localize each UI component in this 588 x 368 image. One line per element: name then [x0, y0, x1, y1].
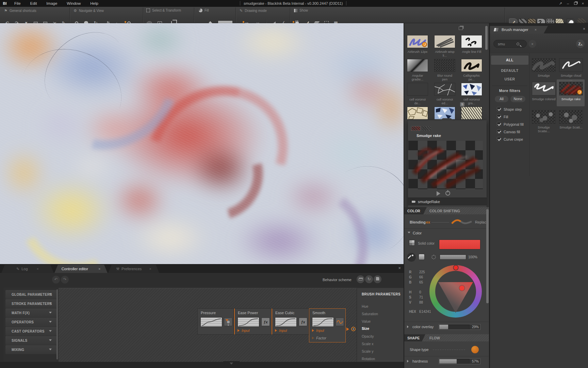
gradient-mode-button[interactable]	[419, 254, 425, 260]
tab-controller-editor[interactable]: Controller editor×	[54, 265, 108, 273]
category-operators[interactable]: OPERATORS	[5, 318, 56, 326]
brush-thumb[interactable]	[461, 83, 482, 96]
menu-image[interactable]: Image	[42, 0, 62, 7]
screen-pick-icon[interactable]	[431, 255, 436, 259]
tab-close-icon[interactable]: ×	[98, 267, 100, 271]
bottom-panel-close-icon[interactable]: ×	[398, 265, 401, 271]
checkbox-canvas-fill[interactable]	[497, 129, 501, 134]
param-value[interactable]: Value	[362, 319, 371, 323]
tab-shape[interactable]: SHAPE	[404, 334, 425, 341]
menu-window[interactable]: Window	[62, 0, 85, 7]
category-global-parameters[interactable]: GLOBAL PARAMETERS	[5, 290, 56, 299]
checkbox-label[interactable]: Fill	[504, 115, 508, 119]
tab-flow[interactable]: FLOW	[429, 334, 440, 341]
brush-thumb[interactable]	[407, 83, 428, 96]
brush-thumb[interactable]	[461, 35, 482, 48]
brush-thumb[interactable]	[461, 59, 482, 72]
hardness-slider[interactable]: 57%	[439, 358, 480, 364]
checkbox-curve-crepe[interactable]	[497, 137, 501, 141]
curve-thumbnail[interactable]	[312, 317, 334, 327]
color-section-header[interactable]: Color	[408, 231, 422, 235]
filter-select-all-button[interactable]: All	[495, 96, 508, 102]
curve-thumbnail[interactable]	[200, 317, 222, 327]
variant-thumb[interactable]	[422, 126, 431, 131]
blending-mode-value[interactable]: ex	[426, 220, 430, 224]
scheme-refresh-icon[interactable]: ↻	[365, 275, 373, 283]
curve-thumbnail[interactable]	[238, 317, 259, 327]
brush-thumb[interactable]	[434, 59, 455, 72]
current-color-swatch[interactable]	[439, 240, 480, 249]
search-input[interactable]	[498, 42, 517, 46]
node-pressure[interactable]: Pressure	[197, 308, 234, 335]
hue-marker[interactable]	[454, 265, 458, 270]
node-ease-cubic[interactable]: Ease Cubic ƒx Input	[272, 308, 309, 335]
brush-result-thumb[interactable]	[559, 58, 583, 72]
category-cast-operators[interactable]: CAST OPERATORS	[5, 327, 56, 336]
filter-default-tab[interactable]: DEFAULT	[491, 68, 528, 73]
filter-user-tab[interactable]: USER	[491, 77, 528, 81]
tab-close-icon[interactable]: ×	[535, 28, 537, 32]
stack-icon[interactable]	[459, 27, 463, 30]
scheme-open-icon[interactable]	[357, 275, 364, 283]
opacity-slider[interactable]	[440, 255, 466, 260]
variant-thumb-active[interactable]	[411, 126, 421, 131]
filter-select-none-button[interactable]: None	[510, 96, 525, 102]
brush-result-thumb[interactable]	[559, 110, 583, 124]
menu-help[interactable]: Help	[85, 0, 103, 7]
tab-log[interactable]: ✎Log×	[1, 265, 54, 273]
s-value[interactable]: 71	[419, 295, 423, 299]
category-math-fx[interactable]: MATH F(X)	[5, 308, 56, 317]
checkbox-fill[interactable]	[497, 114, 501, 119]
checkbox-shape-step[interactable]	[497, 107, 501, 111]
library-scrollbar[interactable]	[485, 26, 488, 50]
curve-thumbnail[interactable]	[275, 317, 297, 327]
restore-icon[interactable]	[572, 0, 579, 7]
editor-redo-icon[interactable]: ↷	[61, 276, 69, 283]
checkbox-label[interactable]: Shape step	[504, 107, 522, 111]
r-value[interactable]: 225	[419, 270, 425, 274]
port-input[interactable]: Input	[316, 328, 324, 333]
checkbox-label[interactable]: Curve crepe	[504, 137, 523, 141]
color-panel-scrollbar[interactable]	[486, 209, 489, 303]
param-size-selected[interactable]: Size	[362, 326, 369, 331]
tab-brush-manager[interactable]: Brush manager ×	[490, 26, 548, 33]
color-wheel[interactable]	[429, 265, 482, 318]
color-overlay-slider[interactable]: 29%	[439, 324, 480, 330]
b-value[interactable]: 65	[419, 280, 423, 284]
tab-color-shifting[interactable]: COLOR SHIFTING	[429, 207, 460, 214]
node-smooth-selected[interactable]: Smooth Input Factor	[309, 308, 346, 342]
hex-value[interactable]: E14241	[419, 310, 431, 313]
param-rotation[interactable]: Rotation	[362, 357, 375, 361]
menu-edit[interactable]: Edit	[26, 0, 42, 7]
brush-thumb[interactable]	[434, 107, 455, 120]
sort-icon[interactable]: ZA	[576, 40, 585, 48]
checkbox-label[interactable]: Polygonal fill	[504, 122, 524, 126]
port-factor[interactable]: Factor	[316, 336, 326, 340]
panel-divider[interactable]	[0, 264, 404, 265]
minimize-icon[interactable]: –	[564, 0, 572, 7]
power-icon[interactable]	[445, 191, 450, 196]
param-scale-y[interactable]: Scale y	[362, 349, 373, 353]
tab-preferences[interactable]: ⚒Preferences×	[108, 265, 159, 273]
category-signals[interactable]: SIGNALS	[5, 336, 56, 345]
brush-result-thumb[interactable]	[532, 82, 556, 95]
menu-file[interactable]: File	[10, 0, 26, 7]
gradient-swatch-icon[interactable]	[409, 240, 415, 246]
category-mixing[interactable]: MIXING	[5, 345, 56, 354]
param-scale-x[interactable]: Scale x	[362, 342, 373, 346]
brush-thumb[interactable]	[434, 83, 455, 96]
eyedropper-button[interactable]	[407, 253, 416, 262]
brush-thumb[interactable]: S	[461, 107, 482, 120]
brush-result-thumb[interactable]	[532, 110, 556, 124]
panel-close-icon[interactable]: ×	[583, 27, 585, 31]
tab-close-icon[interactable]: ×	[37, 267, 39, 271]
brush-name-bar[interactable]: smudgeRake	[408, 198, 487, 205]
param-saturation[interactable]: Saturation	[362, 312, 378, 316]
param-hue[interactable]: Hue	[362, 304, 368, 308]
panel-divider[interactable]	[404, 23, 404, 368]
search-clear-icon[interactable]: ×	[528, 40, 536, 48]
brush-result-thumb-selected[interactable]	[559, 82, 583, 95]
blending-stroke-swatch[interactable]	[451, 217, 473, 226]
color-overlay-header[interactable]: color overlay	[407, 325, 434, 329]
v-value[interactable]: 88	[419, 301, 423, 304]
